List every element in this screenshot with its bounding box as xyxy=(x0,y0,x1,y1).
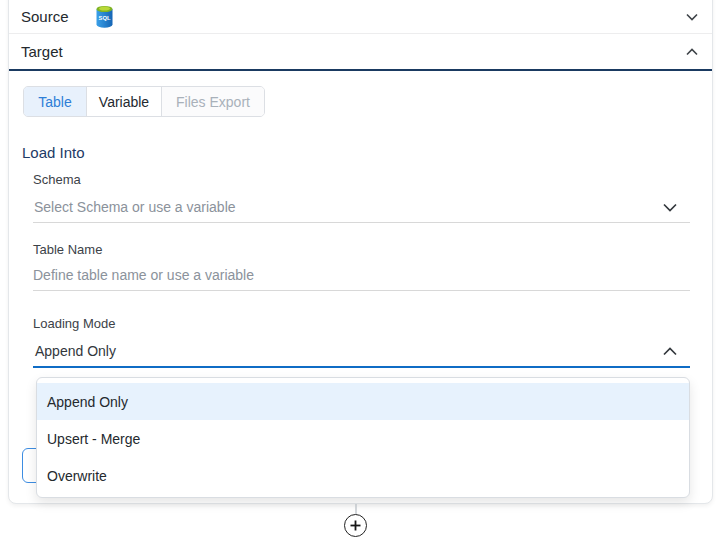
table-name-label: Table Name xyxy=(33,242,102,257)
sql-database-icon: SQL xyxy=(95,5,114,29)
schema-placeholder: Select Schema or use a variable xyxy=(33,199,236,215)
dropdown-option-append-only[interactable]: Append Only xyxy=(37,383,689,420)
svg-text:SQL: SQL xyxy=(98,14,110,20)
accordion-target-label: Target xyxy=(21,43,63,60)
load-into-heading: Load Into xyxy=(22,144,85,161)
add-node-button[interactable] xyxy=(344,514,367,537)
accordion-source[interactable]: Source SQL xyxy=(9,0,712,33)
accordion-target[interactable]: Target xyxy=(9,34,712,69)
target-active-underline xyxy=(9,69,712,71)
loading-mode-dropdown: Append Only Upsert - Merge Overwrite xyxy=(36,377,690,498)
loading-mode-select[interactable]: Append Only xyxy=(33,336,690,368)
tab-table[interactable]: Table xyxy=(24,87,86,116)
tab-files-export[interactable]: Files Export xyxy=(162,87,264,116)
target-type-tabs: Table Variable Files Export xyxy=(23,86,265,117)
plus-icon xyxy=(349,519,362,532)
chevron-down-icon xyxy=(663,203,677,212)
chevron-up-icon[interactable] xyxy=(686,48,698,56)
accordion-source-label: Source xyxy=(21,8,69,25)
schema-label: Schema xyxy=(33,172,81,187)
dropdown-option-overwrite[interactable]: Overwrite xyxy=(37,457,689,494)
chevron-up-icon xyxy=(663,347,677,356)
loading-mode-label: Loading Mode xyxy=(33,316,115,331)
chevron-down-icon[interactable] xyxy=(686,13,698,21)
dropdown-option-upsert-merge[interactable]: Upsert - Merge xyxy=(37,420,689,457)
tab-variable[interactable]: Variable xyxy=(86,87,162,116)
schema-select[interactable]: Select Schema or use a variable xyxy=(33,192,690,223)
pipeline-config-panel: Source SQL Target xyxy=(0,0,723,542)
loading-mode-value: Append Only xyxy=(33,343,116,359)
table-name-input[interactable] xyxy=(33,260,690,291)
